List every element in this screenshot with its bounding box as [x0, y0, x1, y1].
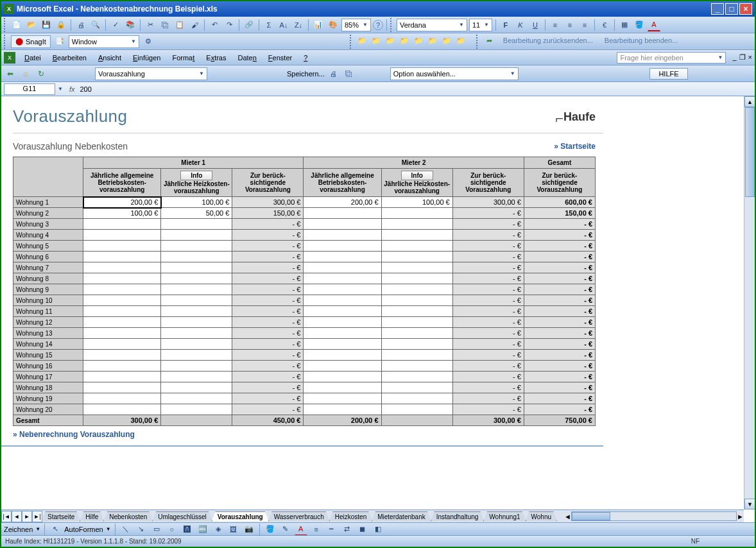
cell[interactable] — [304, 219, 381, 230]
name-box[interactable]: G11 — [4, 83, 55, 95]
sheet-tab[interactable]: Startseite — [42, 511, 80, 522]
snagit-window-icon[interactable]: 📑 — [53, 35, 66, 48]
textbox-icon[interactable]: 🅰 — [181, 523, 194, 536]
scroll-up-icon[interactable]: ▲ — [744, 96, 755, 107]
cell[interactable] — [304, 350, 381, 361]
font-name-select[interactable]: Verdana▼ — [397, 19, 467, 31]
cell[interactable] — [304, 382, 381, 393]
3d-icon[interactable]: ◧ — [372, 523, 384, 536]
review-back-icon[interactable]: ➦ — [483, 35, 496, 47]
toolbar-handle[interactable] — [4, 18, 7, 32]
cell[interactable] — [381, 208, 452, 219]
bold-icon[interactable]: F — [499, 19, 512, 31]
cell[interactable]: - € — [524, 350, 595, 361]
cell[interactable] — [304, 306, 381, 317]
arrow-style-icon[interactable]: ⇄ — [341, 523, 354, 536]
font-color-icon2[interactable]: A — [295, 523, 307, 536]
align-left-icon[interactable]: ≡ — [549, 19, 562, 31]
cell[interactable] — [83, 252, 161, 262]
cell[interactable]: - € — [524, 295, 595, 306]
cell[interactable]: - € — [452, 230, 524, 241]
cell[interactable] — [381, 230, 452, 241]
undo-icon[interactable]: ↶ — [208, 19, 221, 31]
cell[interactable]: - € — [452, 241, 524, 252]
cell[interactable] — [161, 306, 232, 317]
review-end-label[interactable]: Bearbeitung beenden... — [600, 35, 682, 49]
cell[interactable] — [161, 273, 232, 284]
snagit-target-select[interactable]: Window▼ — [69, 35, 139, 48]
cell[interactable]: - € — [452, 262, 524, 273]
cell[interactable] — [83, 317, 161, 328]
folder-icon7[interactable]: 📁 — [440, 35, 453, 47]
save-icon[interactable]: 💾 — [40, 19, 53, 31]
cell[interactable]: - € — [524, 393, 595, 404]
cell[interactable] — [161, 295, 232, 306]
cell[interactable]: 200,00 € — [304, 197, 381, 208]
cell[interactable]: 100,00 € — [83, 208, 161, 219]
scroll-right-icon[interactable]: ► — [737, 513, 744, 520]
cell[interactable]: - € — [232, 219, 304, 230]
cut-icon[interactable]: ✂ — [144, 19, 157, 31]
snagit-options-icon[interactable]: ⚙ — [142, 35, 155, 48]
toolbar-handle-format[interactable] — [390, 18, 393, 32]
cell[interactable]: 300,00 € — [452, 197, 524, 208]
sheet-tab[interactable]: Wohnu — [526, 511, 558, 522]
cell[interactable] — [83, 241, 161, 252]
cell[interactable]: - € — [452, 273, 524, 284]
sheet-tab[interactable]: Instandhaltung — [431, 511, 485, 522]
paste-icon[interactable]: 📋 — [173, 19, 186, 31]
cell[interactable]: - € — [232, 284, 304, 295]
picture-icon[interactable]: 📷 — [243, 523, 255, 536]
cell[interactable]: 150,00 € — [524, 208, 595, 219]
mdi-close[interactable]: × — [748, 53, 752, 62]
cell[interactable] — [83, 350, 161, 361]
autosum-icon[interactable]: Σ — [262, 19, 275, 31]
arrow-icon[interactable]: ↘ — [135, 523, 148, 536]
cell[interactable]: 100,00 € — [161, 197, 232, 208]
cell[interactable] — [304, 284, 381, 295]
spelling-icon[interactable]: ✓ — [109, 19, 122, 31]
cell[interactable]: - € — [452, 372, 524, 382]
underline-icon[interactable]: U — [529, 19, 542, 31]
cell[interactable] — [304, 393, 381, 404]
cell[interactable]: - € — [452, 306, 524, 317]
cell[interactable]: - € — [232, 273, 304, 284]
tab-first-icon[interactable]: |◄ — [1, 511, 12, 522]
copy-icon2[interactable]: ⿻ — [343, 67, 356, 80]
maximize-button[interactable]: □ — [725, 3, 738, 15]
cell[interactable]: - € — [452, 328, 524, 339]
cell[interactable] — [161, 284, 232, 295]
scroll-thumb-h[interactable] — [572, 512, 610, 520]
menu-extras[interactable]: Extras — [201, 53, 231, 63]
folder-icon4[interactable]: 📁 — [398, 35, 411, 47]
cell[interactable]: - € — [452, 361, 524, 372]
cell[interactable]: - € — [524, 284, 595, 295]
cell[interactable] — [304, 252, 381, 262]
vertical-scrollbar[interactable]: ▲ ▼ — [744, 96, 755, 509]
refresh-icon[interactable]: ↻ — [35, 67, 47, 80]
cell[interactable]: - € — [232, 252, 304, 262]
print-icon[interactable]: 🖨 — [74, 19, 87, 31]
cell[interactable]: - € — [232, 262, 304, 273]
drawing-icon[interactable]: 🎨 — [327, 19, 339, 31]
borders-icon[interactable]: ▦ — [618, 19, 631, 31]
cell[interactable]: - € — [524, 241, 595, 252]
shadow-icon[interactable]: ◼ — [356, 523, 369, 536]
minimize-button[interactable]: _ — [711, 3, 724, 15]
cell[interactable] — [161, 328, 232, 339]
cell[interactable]: - € — [232, 317, 304, 328]
menu-bearbeiten[interactable]: Bearbeiten — [47, 53, 92, 63]
link-icon[interactable]: 🔗 — [243, 19, 255, 31]
menu-einfuegen[interactable]: Einfügen — [128, 53, 166, 63]
cell[interactable] — [161, 339, 232, 350]
cell[interactable] — [161, 393, 232, 404]
scroll-left-icon[interactable]: ◄ — [564, 513, 571, 520]
sheet-tab[interactable]: Wohnung1 — [483, 511, 526, 522]
align-right-icon[interactable]: ≡ — [578, 19, 591, 31]
info-button-2[interactable]: Info — [401, 171, 433, 180]
sheet-tab[interactable]: Mieterdatenbank — [372, 511, 431, 522]
save-label[interactable]: Speichern... — [287, 70, 325, 78]
menu-fenster[interactable]: Fenster — [263, 53, 297, 63]
cell[interactable] — [161, 241, 232, 252]
cell[interactable]: 100,00 € — [381, 197, 452, 208]
